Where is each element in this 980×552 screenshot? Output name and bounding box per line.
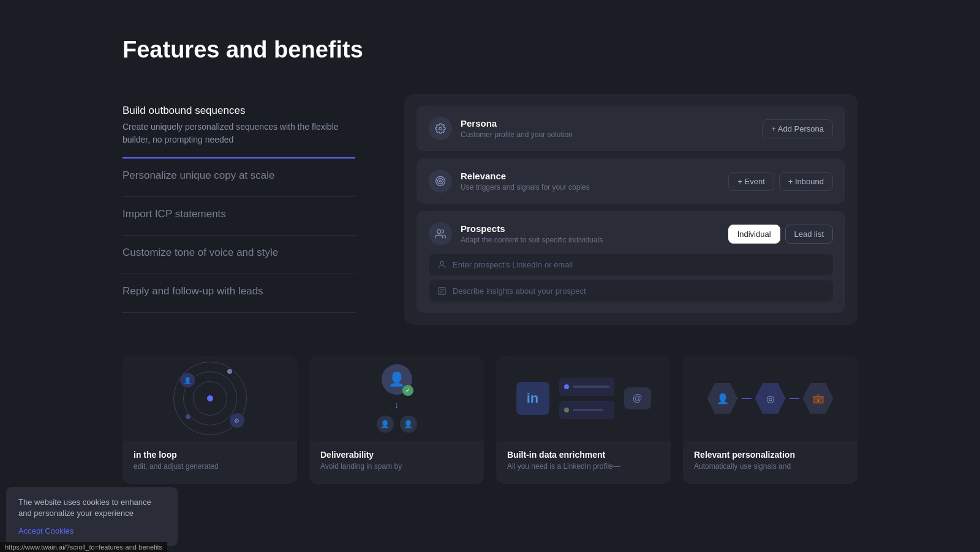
svg-point-1 bbox=[436, 177, 445, 186]
bottom-card-personalization-info: Relevant personalization Automatically u… bbox=[683, 441, 858, 479]
bottom-card-personalization-title: Relevant personalization bbox=[694, 450, 846, 460]
bottom-card-loop-desc: edit, and adjust generated bbox=[134, 462, 286, 471]
relevance-card-text: Relevance Use triggers and signals for y… bbox=[461, 171, 590, 192]
relevance-card: Relevance Use triggers and signals for y… bbox=[417, 159, 845, 204]
main-content: Features and benefits Build outbound seq… bbox=[0, 0, 980, 484]
persona-card-text: Persona Customer profile and your soluti… bbox=[461, 118, 573, 139]
individual-button[interactable]: Individual bbox=[728, 225, 780, 244]
bottom-card-enrichment: in @ Built-in data enrich bbox=[496, 356, 671, 484]
linkedin-icon: in bbox=[516, 382, 549, 415]
arrow-indicator: ↓ bbox=[394, 400, 399, 411]
bottom-cards: ⚙ 👤 in the loop edit, and adjust generat… bbox=[123, 356, 858, 484]
relevance-card-left: Relevance Use triggers and signals for y… bbox=[429, 170, 590, 193]
url-bar: https://www.twain.ai/?scroll_to=features… bbox=[0, 542, 167, 552]
person-small-1: 👤 bbox=[377, 416, 394, 433]
users-icon bbox=[435, 228, 446, 239]
bottom-card-loop-visual: ⚙ 👤 bbox=[123, 356, 297, 441]
circles-visual: ⚙ 👤 bbox=[167, 362, 253, 435]
feature-item-reply-followup[interactable]: Reply and follow-up with leads bbox=[123, 274, 355, 313]
insights-placeholder: Describe insights about your prospect bbox=[453, 286, 586, 296]
accept-cookies-button[interactable]: Accept Cookies bbox=[18, 526, 74, 535]
relevance-card-header: Relevance Use triggers and signals for y… bbox=[429, 170, 833, 193]
gear-dot: ⚙ bbox=[230, 413, 244, 428]
persona-card-subtitle: Customer profile and your solution bbox=[461, 130, 573, 139]
bar-enrichment-1 bbox=[573, 386, 609, 388]
bottom-card-enrichment-desc: All you need is a LinkedIn profile— bbox=[507, 462, 660, 471]
relevance-card-actions: + Event + Inbound bbox=[728, 172, 833, 191]
persona-icon bbox=[429, 117, 452, 140]
bottom-card-loop-title: in the loop bbox=[134, 450, 286, 460]
persona-card-actions: + Add Persona bbox=[762, 119, 833, 138]
bottom-card-loop: ⚙ 👤 in the loop edit, and adjust generat… bbox=[123, 356, 297, 484]
relevance-icon bbox=[429, 170, 452, 193]
feature-item-personalize[interactable]: Personalize unique copy at scale bbox=[123, 159, 355, 197]
persona-card-header: Persona Customer profile and your soluti… bbox=[429, 117, 833, 140]
hex-visual-content: 👤 ◎ 💼 bbox=[707, 383, 834, 414]
bottom-card-deliverability: 👤 ✓ ↓ 👤 👤 Deliverability Avoid landing i… bbox=[309, 356, 484, 484]
prospects-card-text: Prospects Adapt the content to suit spec… bbox=[461, 223, 603, 244]
prospects-card-subtitle: Adapt the content to suit specific indiv… bbox=[461, 236, 603, 244]
dot-1 bbox=[227, 369, 232, 374]
dot-enrichment-1 bbox=[564, 384, 569, 389]
prospects-icon bbox=[429, 222, 452, 245]
bar-enrichment-2 bbox=[573, 409, 603, 411]
feature-item-customize-tone[interactable]: Customize tone of voice and style bbox=[123, 236, 355, 274]
features-layout: Build outbound sequences Create uniquely… bbox=[123, 94, 858, 325]
person-small-2: 👤 bbox=[400, 416, 417, 433]
bottom-card-deliverability-info: Deliverability Avoid landing in spam by bbox=[309, 441, 484, 479]
prospects-card-title: Prospects bbox=[461, 223, 603, 234]
bottom-card-enrichment-title: Built-in data enrichment bbox=[507, 450, 660, 460]
add-persona-button[interactable]: + Add Persona bbox=[762, 119, 833, 138]
feature-item-title-build-outbound: Build outbound sequences bbox=[123, 105, 355, 117]
persona-card-title: Persona bbox=[461, 118, 573, 129]
feature-item-desc-build-outbound: Create uniquely personalized sequences w… bbox=[123, 121, 355, 146]
persona-card-left: Persona Customer profile and your soluti… bbox=[429, 117, 573, 140]
relevance-card-title: Relevance bbox=[461, 171, 590, 181]
hex-3: 💼 bbox=[803, 383, 834, 414]
enrichment-row-1 bbox=[559, 378, 614, 396]
svg-point-4 bbox=[437, 229, 441, 233]
svg-point-0 bbox=[439, 127, 442, 130]
hex-2: ◎ bbox=[755, 383, 786, 414]
prospect-inputs: Enter prospect's LinkedIn or email Descr… bbox=[429, 254, 833, 302]
prospects-card-actions: Individual Lead list bbox=[728, 225, 833, 244]
feature-item-title-reply-followup: Reply and follow-up with leads bbox=[123, 285, 355, 297]
bottom-card-deliverability-visual: 👤 ✓ ↓ 👤 👤 bbox=[309, 356, 484, 441]
feature-item-build-outbound[interactable]: Build outbound sequences Create uniquely… bbox=[123, 94, 355, 159]
center-dot bbox=[207, 395, 213, 401]
relevance-card-subtitle: Use triggers and signals for your copies bbox=[461, 183, 590, 192]
prospects-card-left: Prospects Adapt the content to suit spec… bbox=[429, 222, 603, 245]
enrichment-row-2 bbox=[559, 401, 614, 419]
prospects-card: Prospects Adapt the content to suit spec… bbox=[417, 211, 845, 313]
person-icon-container: 👤 ✓ bbox=[382, 364, 412, 395]
feature-item-import-icp[interactable]: Import ICP statements bbox=[123, 197, 355, 236]
enrichment-boxes bbox=[559, 378, 614, 419]
lead-list-button[interactable]: Lead list bbox=[785, 225, 833, 244]
svg-point-5 bbox=[440, 261, 443, 264]
target-icon bbox=[435, 176, 446, 187]
feature-item-title-customize-tone: Customize tone of voice and style bbox=[123, 247, 355, 259]
bottom-card-personalization-visual: 👤 ◎ 💼 bbox=[683, 356, 858, 441]
cookie-text: The website uses cookies to enhance and … bbox=[18, 497, 165, 519]
persona-card: Persona Customer profile and your soluti… bbox=[417, 106, 845, 151]
prospects-card-header: Prospects Adapt the content to suit spec… bbox=[429, 222, 833, 245]
features-panel: Persona Customer profile and your soluti… bbox=[404, 94, 858, 325]
bottom-card-enrichment-info: Built-in data enrichment All you need is… bbox=[496, 441, 671, 479]
check-badge: ✓ bbox=[402, 385, 413, 396]
insights-input-row[interactable]: Describe insights about your prospect bbox=[429, 280, 833, 302]
person-icon bbox=[437, 260, 447, 269]
svg-point-2 bbox=[438, 179, 443, 184]
bottom-card-deliverability-desc: Avoid landing in spam by bbox=[320, 462, 473, 471]
page-title: Features and benefits bbox=[123, 37, 858, 63]
note-icon bbox=[437, 286, 447, 296]
linkedin-placeholder: Enter prospect's LinkedIn or email bbox=[453, 260, 573, 269]
hex-line-2 bbox=[790, 398, 799, 399]
features-list: Build outbound sequences Create uniquely… bbox=[123, 94, 355, 313]
inbound-button[interactable]: + Inbound bbox=[779, 172, 833, 191]
linkedin-input-row[interactable]: Enter prospect's LinkedIn or email bbox=[429, 254, 833, 275]
event-button[interactable]: + Event bbox=[728, 172, 774, 191]
bottom-card-personalization-desc: Automatically use signals and bbox=[694, 462, 846, 471]
deliverability-visual-content: 👤 ✓ ↓ 👤 👤 bbox=[377, 364, 417, 433]
enrichment-visual-content: in @ bbox=[516, 378, 651, 419]
gear-icon bbox=[435, 123, 446, 134]
